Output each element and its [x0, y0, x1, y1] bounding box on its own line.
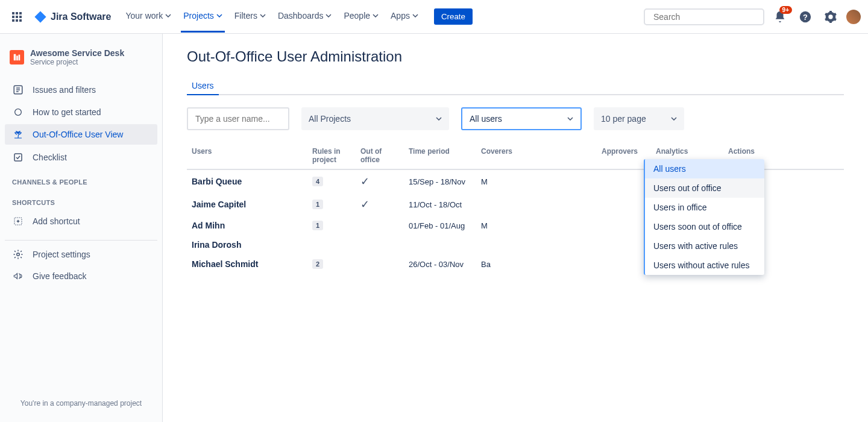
dropdown-item[interactable]: Users with active rules	[645, 236, 764, 256]
gear-icon	[12, 249, 24, 260]
help-button[interactable]: ?	[796, 7, 815, 27]
cell-coverers: M	[476, 169, 597, 193]
nav-your-work[interactable]: Your work	[121, 0, 176, 34]
filter-pagesize[interactable]: 10 per page	[594, 107, 684, 130]
cell-rules: 2	[307, 254, 356, 274]
cell-rules: 4	[307, 169, 356, 193]
chevron-down-icon	[373, 14, 379, 17]
filter-users-label: All users	[470, 114, 502, 124]
cell-approvers	[597, 193, 651, 216]
cell-rules	[307, 235, 356, 254]
dropdown-item[interactable]: Users out of office	[645, 178, 764, 198]
notification-badge: 9+	[779, 6, 792, 14]
username-input[interactable]	[195, 114, 281, 124]
sidebar-project-settings[interactable]: Project settings	[5, 244, 157, 265]
cell-ooo	[356, 216, 404, 235]
cell-rules: 1	[307, 216, 356, 235]
svg-rect-8	[14, 154, 22, 161]
svg-rect-3	[14, 54, 16, 61]
cell-period: 26/Oct - 03/Nov	[404, 254, 476, 274]
project-type: Service project	[30, 58, 124, 66]
cell-coverers: M	[476, 216, 597, 235]
avatar[interactable]	[846, 10, 861, 24]
brand-name: Jira Software	[51, 11, 111, 22]
issues-icon	[12, 84, 24, 95]
sidebar-item-label: Out-Of-Office User View	[33, 130, 123, 139]
check-icon: ✓	[360, 198, 370, 210]
tab-users[interactable]: Users	[187, 77, 219, 94]
nav-label: Your work	[125, 11, 163, 20]
nav-apps[interactable]: Apps	[386, 0, 423, 34]
cell-period: 15/Sep - 18/Nov	[404, 169, 476, 193]
filters: All Projects All users 10 per page	[187, 107, 844, 130]
sidebar-item-getstarted[interactable]: How to get started	[5, 102, 157, 122]
cell-user: Irina Dorosh	[187, 235, 307, 254]
megaphone-icon	[12, 271, 24, 282]
chevron-down-icon	[165, 14, 171, 17]
sidebar-item-issues[interactable]: Issues and filters	[5, 80, 157, 100]
jira-logo[interactable]: Jira Software	[34, 10, 111, 24]
cell-period: 01/Feb - 01/Aug	[404, 216, 476, 235]
sidebar: Awesome Service Desk Service project Iss…	[0, 34, 163, 422]
nav-dashboards[interactable]: Dashboards	[273, 0, 337, 34]
nav-label: People	[344, 11, 370, 20]
cell-approvers	[597, 169, 651, 193]
dropdown-item[interactable]: Users in office	[645, 198, 764, 217]
filter-users[interactable]: All users	[461, 107, 582, 130]
cell-coverers	[476, 193, 597, 216]
project-header[interactable]: Awesome Service Desk Service project	[5, 46, 157, 78]
create-button[interactable]: Create	[434, 8, 473, 25]
filter-pagesize-label: 10 per page	[601, 114, 646, 124]
nav-filters[interactable]: Filters	[230, 0, 271, 34]
cell-ooo: ✓	[356, 169, 404, 193]
sidebar-give-feedback[interactable]: Give feedback	[5, 266, 157, 286]
cell-user: Barbi Queue	[187, 169, 307, 193]
filter-username[interactable]	[187, 107, 289, 130]
cell-user: Michael Schmidt	[187, 254, 307, 274]
help-icon: ?	[799, 10, 812, 24]
chevron-down-icon	[260, 14, 266, 17]
sidebar-item-ooo-view[interactable]: Out-Of-Office User View	[5, 124, 157, 145]
dropdown-item[interactable]: Users without active rules	[645, 256, 764, 275]
section-shortcuts: SHORTCUTS	[5, 189, 157, 210]
check-icon: ✓	[360, 175, 370, 187]
sidebar-footer: You're in a company-managed project	[5, 389, 157, 417]
top-navigation: Jira Software Your work Projects Filters…	[0, 0, 868, 34]
chevron-down-icon	[567, 117, 573, 121]
search-input[interactable]	[653, 12, 759, 22]
cell-coverers: Ba	[476, 254, 597, 274]
search-box[interactable]	[644, 8, 764, 25]
th-ooo: Out of office	[356, 142, 404, 169]
project-icon	[10, 50, 24, 65]
page-title: Out-Of-Office User Administration	[187, 48, 844, 65]
cell-user: Ad Mihn	[187, 216, 307, 235]
notifications-button[interactable]: 9+	[770, 7, 790, 27]
users-filter-dropdown: All users Users out of office Users in o…	[644, 159, 764, 275]
nav-items: Your work Projects Filters Dashboards Pe…	[121, 0, 472, 34]
sidebar-item-label: Issues and filters	[33, 85, 96, 95]
chevron-down-icon	[216, 14, 222, 17]
cell-ooo	[356, 235, 404, 254]
project-name: Awesome Service Desk	[30, 48, 124, 58]
nav-label: Filters	[234, 11, 257, 20]
cell-rules: 1	[307, 193, 356, 216]
svg-point-10	[17, 253, 20, 256]
cell-approvers	[597, 254, 651, 274]
nav-label: Dashboards	[278, 11, 324, 20]
app-switcher-icon[interactable]	[7, 7, 27, 27]
dropdown-item[interactable]: Users soon out of office	[645, 217, 764, 236]
cell-approvers	[597, 216, 651, 235]
chevron-down-icon	[326, 14, 332, 17]
settings-button[interactable]	[821, 7, 840, 27]
sidebar-item-checklist[interactable]: Checklist	[5, 147, 157, 168]
filter-projects[interactable]: All Projects	[301, 107, 449, 130]
svg-point-7	[15, 109, 22, 116]
nav-people[interactable]: People	[339, 0, 383, 34]
plus-icon	[12, 216, 24, 227]
nav-projects[interactable]: Projects	[178, 0, 227, 34]
dropdown-item[interactable]: All users	[645, 159, 764, 178]
main-content: Out-Of-Office User Administration Users …	[163, 34, 868, 422]
chevron-down-icon	[671, 117, 677, 121]
sidebar-add-shortcut[interactable]: Add shortcut	[5, 211, 157, 231]
chevron-down-icon	[436, 117, 442, 121]
